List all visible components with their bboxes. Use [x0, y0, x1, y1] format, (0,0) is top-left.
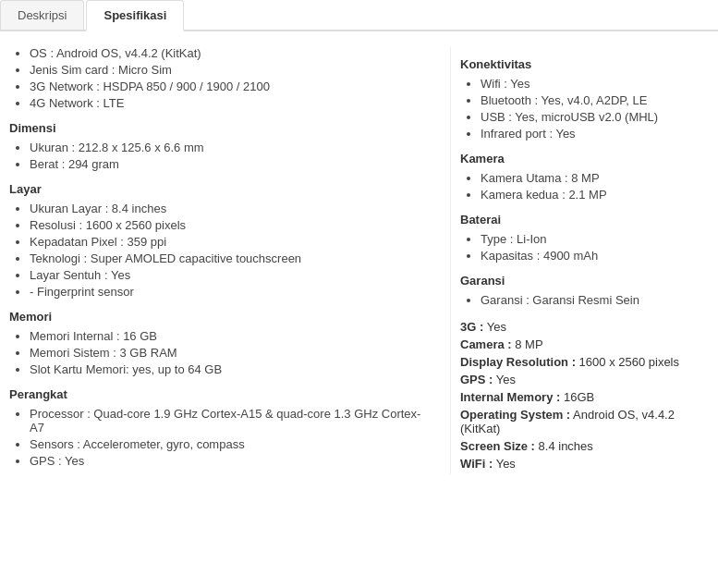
section-title-perangkat: Perangkat: [9, 387, 432, 401]
section-title-layar: Layar: [9, 182, 432, 196]
summary-label: Camera :: [460, 337, 512, 351]
list-item: USB : Yes, microUSB v2.0 (MHL): [481, 110, 709, 124]
summary-display: Display Resolution : 1600 x 2560 pixels: [460, 355, 709, 369]
list-item: Memori Sistem : 3 GB RAM: [30, 346, 432, 360]
list-item: Garansi : Garansi Resmi Sein: [481, 293, 709, 307]
list-item: Ukuran : 212.8 x 125.6 x 6.6 mm: [30, 141, 432, 154]
tab-spesifikasi[interactable]: Spesifikasi: [86, 0, 184, 31]
list-item: - Fingerprint sensor: [30, 285, 432, 299]
garansi-list: Garansi : Garansi Resmi Sein: [481, 293, 709, 307]
list-item: Slot Kartu Memori: yes, up to 64 GB: [30, 362, 432, 376]
section-title-konektivitas: Konektivitas: [460, 57, 709, 71]
summary-value: 16GB: [564, 390, 594, 404]
summary-wifi: WiFi : Yes: [460, 457, 709, 471]
summary-label: 3G :: [460, 320, 483, 334]
list-item: Layar Sentuh : Yes: [30, 268, 432, 282]
summary-gps: GPS : Yes: [460, 373, 709, 386]
list-item: Berat : 294 gram: [30, 157, 432, 171]
tab-deskripsi[interactable]: Deskripsi: [0, 0, 84, 30]
summary-value: 8 MP: [515, 337, 542, 351]
list-item: Kamera Utama : 8 MP: [481, 171, 709, 185]
summary-label: Internal Memory :: [460, 390, 560, 404]
list-item: Kamera kedua : 2.1 MP: [481, 188, 709, 202]
section-title-garansi: Garansi: [460, 274, 709, 288]
section-title-kamera: Kamera: [460, 152, 709, 165]
list-item: Infrared port : Yes: [481, 127, 709, 141]
list-item: Jenis Sim card : Micro Sim: [30, 63, 432, 77]
memori-list: Memori Internal : 16 GB Memori Sistem : …: [30, 329, 432, 376]
section-title-memori: Memori: [9, 310, 432, 324]
summary-label: GPS :: [460, 373, 493, 386]
summary-label: Operating System :: [460, 408, 570, 422]
list-item: Kepadatan Pixel : 359 ppi: [30, 235, 432, 249]
summary-3g: 3G : Yes: [460, 320, 709, 334]
summary-label: Screen Size :: [460, 439, 535, 453]
list-item: OS : Android OS, v4.4.2 (KitKat): [30, 46, 432, 60]
summary-screen: Screen Size : 8.4 inches: [460, 439, 709, 453]
left-column: OS : Android OS, v4.4.2 (KitKat) Jenis S…: [9, 46, 441, 474]
summary-os: Operating System : Android OS, v4.4.2 (K…: [460, 408, 709, 435]
list-item: Resolusi : 1600 x 2560 pixels: [30, 218, 432, 232]
konektivitas-list: Wifi : Yes Bluetooth : Yes, v4.0, A2DP, …: [481, 77, 709, 141]
list-item: Memori Internal : 16 GB: [30, 329, 432, 343]
list-item: Wifi : Yes: [481, 77, 709, 91]
summary-memory: Internal Memory : 16GB: [460, 390, 709, 404]
general-list: OS : Android OS, v4.4.2 (KitKat) Jenis S…: [30, 46, 432, 110]
list-item: Bluetooth : Yes, v4.0, A2DP, LE: [481, 93, 709, 107]
summary-camera: Camera : 8 MP: [460, 337, 709, 351]
list-item: 3G Network : HSDPA 850 / 900 / 1900 / 21…: [30, 80, 432, 93]
summary-value: Yes: [496, 373, 516, 386]
summary-value: 1600 x 2560 pixels: [579, 355, 679, 369]
list-item: Kapasitas : 4900 mAh: [481, 249, 709, 263]
summary-value: 8.4 inches: [539, 439, 593, 453]
summary-label: Display Resolution :: [460, 355, 576, 369]
summary-value: Yes: [487, 320, 506, 334]
tab-bar: Deskripsi Spesifikasi: [0, 0, 718, 31]
layar-list: Ukuran Layar : 8.4 inches Resolusi : 160…: [30, 202, 432, 299]
list-item: Sensors : Accelerometer, gyro, compass: [30, 437, 432, 451]
list-item: Teknologi : Super AMOLED capacitive touc…: [30, 251, 432, 265]
list-item: Processor : Quad-core 1.9 GHz Cortex-A15…: [30, 407, 432, 435]
summary-value: Yes: [496, 457, 516, 471]
list-item: GPS : Yes: [30, 454, 432, 468]
baterai-list: Type : Li-Ion Kapasitas : 4900 mAh: [481, 232, 709, 263]
kamera-list: Kamera Utama : 8 MP Kamera kedua : 2.1 M…: [481, 171, 709, 202]
spec-content: OS : Android OS, v4.4.2 (KitKat) Jenis S…: [0, 31, 718, 489]
dimensi-list: Ukuran : 212.8 x 125.6 x 6.6 mm Berat : …: [30, 141, 432, 171]
section-title-dimensi: Dimensi: [9, 121, 432, 135]
summary-section: 3G : Yes Camera : 8 MP Display Resolutio…: [460, 320, 709, 471]
list-item: 4G Network : LTE: [30, 96, 432, 110]
perangkat-list: Processor : Quad-core 1.9 GHz Cortex-A15…: [30, 407, 432, 468]
summary-label: WiFi :: [460, 457, 493, 471]
list-item: Type : Li-Ion: [481, 232, 709, 246]
section-title-baterai: Baterai: [460, 213, 709, 227]
right-column: Konektivitas Wifi : Yes Bluetooth : Yes,…: [450, 46, 709, 474]
list-item: Ukuran Layar : 8.4 inches: [30, 202, 432, 215]
